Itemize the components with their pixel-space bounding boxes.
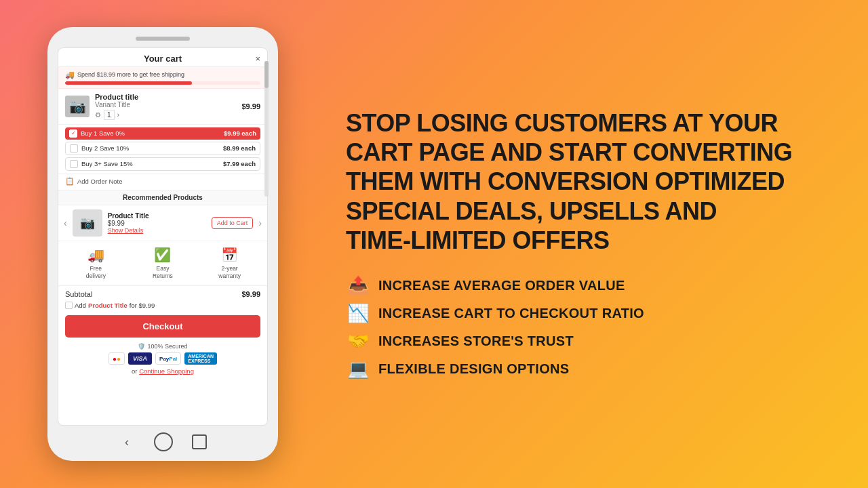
returns-icon: ✅ [154, 247, 171, 263]
feature-text-3: INCREASES STORE'S TRUST [378, 333, 574, 349]
upsell-add-text: Add [75, 302, 86, 309]
delivery-icon: 🚚 [87, 247, 104, 263]
qty-value[interactable]: 1 [104, 110, 115, 120]
buy-save-label-3: Buy 3+ Save 15% [81, 160, 223, 167]
recommended-product-row: ‹ 📷 Product Title $9.99 Show Details Add… [58, 205, 267, 241]
rec-show-details[interactable]: Show Details [108, 227, 206, 234]
continue-shopping: or Continue Shopping [58, 367, 267, 378]
badge-free-delivery: 🚚 Freedelivery [72, 247, 119, 280]
rec-product-price: $9.99 [108, 220, 206, 227]
feature-item-3: 🤝 INCREASES STORE'S TRUST [346, 331, 834, 352]
shield-icon: 🛡️ [138, 343, 145, 350]
warranty-label: 2-yearwarranty [218, 265, 241, 280]
secure-section: 🛡️ 100% Secured ●● VISA PayPal AMERICANE… [58, 340, 267, 367]
buy-save-price-3: $7.99 each [223, 160, 256, 167]
qty-control[interactable]: ⚙ 1 › [95, 110, 236, 120]
buy-save-row-2[interactable]: Buy 2 Save 10% $8.99 each [65, 142, 260, 155]
buy-save-row-3[interactable]: Buy 3+ Save 15% $7.99 each [65, 157, 260, 171]
badge-warranty: 📅 2-yearwarranty [206, 247, 254, 280]
buy-save-label-1: Buy 1 Save 0% [81, 129, 224, 137]
buy-save-label-2: Buy 2 Save 10% [81, 144, 223, 152]
feature-item-1: 📤 INCREASE AVERAGE ORDER VALUE [346, 275, 834, 296]
product-row: 📷 Product title Variant Title ⚙ 1 › $9.9… [58, 89, 267, 125]
design-icon: 💻 [346, 359, 370, 380]
buy-save-price-2: $8.99 each [223, 144, 256, 152]
checkout-button[interactable]: Checkout [65, 315, 260, 338]
rec-next-arrow[interactable]: › [258, 218, 262, 228]
buy-save-options: ✓ Buy 1 Save 0% $9.99 each Buy 2 Save 10… [58, 125, 267, 174]
badge-easy-returns: ✅ EasyReturns [139, 247, 186, 280]
phone-bottom-nav: ‹ [119, 432, 207, 451]
qty-plus-icon[interactable]: › [117, 110, 120, 119]
check-icon-1: ✓ [69, 129, 77, 138]
upsell-add-row[interactable]: Add Product Title for $9.99 [58, 300, 267, 312]
right-panel: STOP LOSING CUSTOMERS AT YOUR CART PAGE … [326, 0, 868, 488]
note-icon: 📋 [65, 177, 75, 186]
phone-mockup: Your cart × 🚚 Spend $18.99 more to get f… [47, 27, 278, 461]
check-icon-2 [70, 144, 78, 152]
payment-icons: ●● VISA PayPal AMERICANEXPRESS [108, 352, 217, 365]
continue-shopping-link[interactable]: Continue Shopping [139, 367, 194, 375]
phone-recents-button[interactable] [192, 434, 207, 449]
features-list: 📤 INCREASE AVERAGE ORDER VALUE 📉 INCREAS… [346, 275, 834, 380]
subtotal-row: Subtotal $9.99 [58, 286, 267, 300]
increase-order-icon: 📤 [346, 275, 370, 296]
rec-product-name: Product Title [108, 212, 206, 220]
shipping-bar-text: 🚚 Spend $18.99 more to get free shipping [65, 70, 260, 79]
product-info: Product title Variant Title ⚙ 1 › [95, 93, 236, 120]
phone-back-button[interactable]: ‹ [119, 434, 135, 450]
headline: STOP LOSING CUSTOMERS AT YOUR CART PAGE … [346, 108, 834, 255]
feature-text-2: INCREASE CART TO CHECKOUT RATIO [378, 306, 644, 321]
cart-title: Your cart [144, 54, 182, 64]
subtotal-label: Subtotal [65, 290, 92, 298]
trust-icon: 🤝 [346, 331, 370, 352]
product-variant: Variant Title [95, 101, 236, 108]
phone-scrollbar-thumb[interactable] [264, 61, 269, 88]
rec-product-image: 📷 [73, 209, 102, 237]
shipping-progress-fill [65, 81, 192, 85]
cart-header: Your cart × [58, 48, 267, 67]
check-icon-3 [70, 160, 78, 168]
feature-item-4: 💻 FLEXIBLE DESIGN OPTIONS [346, 359, 834, 380]
rec-product-info: Product Title $9.99 Show Details [108, 212, 206, 234]
visa-badge: VISA [128, 352, 152, 365]
phone-home-button[interactable] [154, 432, 173, 451]
product-price: $9.99 [241, 102, 260, 110]
left-panel: Your cart × 🚚 Spend $18.99 more to get f… [0, 0, 326, 488]
phone-scrollbar[interactable] [264, 61, 269, 197]
upsell-checkbox[interactable] [65, 302, 73, 309]
qty-settings-icon: ⚙ [95, 111, 101, 119]
cart-close-button[interactable]: × [255, 54, 260, 64]
buy-save-row-1[interactable]: ✓ Buy 1 Save 0% $9.99 each [65, 127, 260, 140]
feature-text-1: INCREASE AVERAGE ORDER VALUE [378, 278, 625, 293]
returns-label: EasyReturns [153, 265, 173, 280]
upsell-product-name: Product Title [88, 302, 127, 309]
rec-prev-arrow[interactable]: ‹ [64, 218, 67, 228]
subtotal-value: $9.99 [241, 290, 260, 298]
truck-icon: 🚚 [65, 70, 75, 79]
phone-screen: Your cart × 🚚 Spend $18.99 more to get f… [58, 47, 268, 426]
feature-text-4: FLEXIBLE DESIGN OPTIONS [378, 361, 569, 377]
warranty-icon: 📅 [221, 247, 238, 263]
increase-checkout-icon: 📉 [346, 303, 370, 324]
upsell-price: for $9.99 [130, 302, 155, 309]
delivery-label: Freedelivery [86, 265, 106, 280]
product-name: Product title [95, 93, 236, 101]
secure-text: 🛡️ 100% Secured [138, 343, 187, 350]
feature-item-2: 📉 INCREASE CART TO CHECKOUT RATIO [346, 303, 834, 324]
product-image: 📷 [65, 96, 90, 117]
buy-save-price-1: $9.99 each [224, 129, 256, 137]
shipping-bar: 🚚 Spend $18.99 more to get free shipping [58, 67, 267, 89]
shipping-progress-track [65, 81, 260, 85]
paypal-badge: PayPal [155, 352, 181, 365]
add-order-note[interactable]: 📋 Add Order Note [58, 174, 267, 190]
mastercard-badge: ●● [108, 352, 125, 365]
phone-top-bar [136, 37, 190, 41]
recommended-header: Recommended Products [58, 190, 267, 205]
amex-badge: AMERICANEXPRESS [184, 352, 217, 365]
rec-add-to-cart-button[interactable]: Add to Cart [212, 217, 254, 229]
trust-badges: 🚚 Freedelivery ✅ EasyReturns 📅 2-yearwar… [58, 241, 267, 286]
